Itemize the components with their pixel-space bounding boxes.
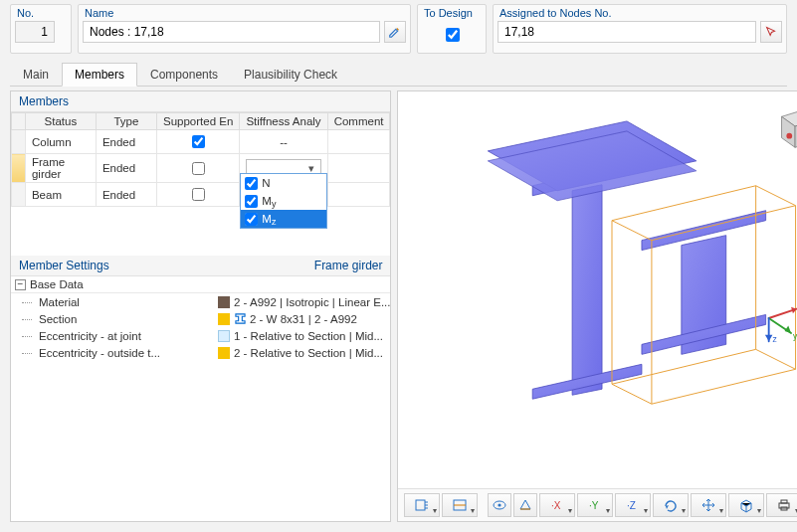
tree-row-key: Eccentricity - at joint xyxy=(39,330,218,342)
right-panel: x y z ▾ ▾ xyxy=(397,90,797,522)
stiffness-option-label: My xyxy=(262,195,276,207)
stiffness-popup[interactable]: N My Mz xyxy=(240,173,327,229)
chevron-down-icon: ▾ xyxy=(757,506,761,515)
chevron-down-icon: ▾ xyxy=(644,506,648,515)
table-row[interactable]: Beam Ended xyxy=(12,183,390,207)
tree-group-base-data[interactable]: − Base Data xyxy=(11,276,390,293)
ibeam-icon xyxy=(234,313,246,325)
stiffness-option-checkbox[interactable] xyxy=(245,177,258,190)
view-z-button[interactable]: ·Z ▾ xyxy=(615,493,651,517)
color-swatch xyxy=(218,330,230,342)
cell-type[interactable]: Ended xyxy=(96,130,156,154)
tab-main[interactable]: Main xyxy=(10,63,62,87)
col-supported[interactable]: Supported En xyxy=(157,113,240,130)
checkbox-to-design[interactable] xyxy=(446,24,460,46)
pick-nodes-button[interactable] xyxy=(760,21,782,43)
cell-stiffness-combo[interactable]: ▾ N My xyxy=(240,154,327,183)
input-name[interactable] xyxy=(83,21,380,43)
show-hide-button[interactable] xyxy=(488,493,511,517)
label-no: No. xyxy=(11,5,71,19)
member-settings-tree[interactable]: − Base Data Material 2 - A992 | Isotropi… xyxy=(11,276,390,374)
tree-row[interactable]: Material 2 - A992 | Isotropic | Linear E… xyxy=(11,293,390,310)
members-title-text: Members xyxy=(19,94,69,108)
tree-row-value: 2 - W 8x31 | 2 - A992 xyxy=(250,313,390,325)
members-table[interactable]: Status Type Supported En Stiffness Analy… xyxy=(11,112,390,207)
col-status[interactable]: Status xyxy=(25,113,96,130)
cell-supported-checkbox[interactable] xyxy=(192,135,205,148)
view-settings-button[interactable]: ▾ xyxy=(404,493,440,517)
cell-supported-checkbox[interactable] xyxy=(192,188,205,201)
member-settings-title-text: Member Settings xyxy=(19,259,109,272)
rotate-button[interactable]: ▾ xyxy=(653,493,689,517)
field-to-design: To Design xyxy=(417,4,487,54)
cell-supported-checkbox[interactable] xyxy=(192,162,205,175)
tree-row-key: Eccentricity - outside t... xyxy=(39,347,218,359)
tab-members[interactable]: Members xyxy=(62,63,137,87)
move-button[interactable]: ▾ xyxy=(691,493,726,517)
table-row[interactable]: Frame girder Ended ▾ N xyxy=(12,154,390,183)
stiffness-option[interactable]: N xyxy=(241,174,326,192)
tab-bar: Main Members Components Plausibility Che… xyxy=(10,62,787,87)
cell-comment[interactable] xyxy=(327,183,390,207)
navigation-cube[interactable] xyxy=(768,97,797,155)
svg-text:·X: ·X xyxy=(551,500,561,511)
tree-row[interactable]: Section 2 - W 8x31 | 2 - A992 xyxy=(11,310,390,327)
col-rowmark xyxy=(12,113,26,130)
edit-name-button[interactable] xyxy=(384,21,406,43)
svg-text:·Y: ·Y xyxy=(589,500,599,511)
cell-comment[interactable] xyxy=(327,154,390,183)
cell-comment[interactable] xyxy=(327,130,390,154)
cell-status[interactable]: Column xyxy=(25,130,96,154)
col-type[interactable]: Type xyxy=(96,113,156,130)
color-swatch xyxy=(218,347,230,359)
tree-row[interactable]: Eccentricity - outside t... 2 - Relative… xyxy=(11,344,390,361)
member-settings-title: Member Settings Frame girder xyxy=(11,256,390,276)
stiffness-option-label: Mz xyxy=(262,213,276,225)
display-mode-button[interactable]: ▾ xyxy=(442,493,478,517)
tab-components[interactable]: Components xyxy=(137,63,231,87)
tree-row-key: Section xyxy=(39,313,218,325)
cell-status[interactable]: Frame girder xyxy=(25,154,96,183)
svg-text:·Z: ·Z xyxy=(627,500,636,511)
view-y-button[interactable]: ·Y ▾ xyxy=(577,493,613,517)
svg-marker-4 xyxy=(489,131,697,201)
tab-plausibility[interactable]: Plausibility Check xyxy=(231,63,350,87)
main-area: Members Status Type Supported En Stiffne… xyxy=(10,90,787,522)
cell-stiffness[interactable]: -- xyxy=(240,130,327,154)
cell-type[interactable]: Ended xyxy=(96,154,156,183)
svg-text:z: z xyxy=(773,334,777,344)
viewport-toolbar: ▾ ▾ ·X ▾ ·Y ▾ ·Z ▾ xyxy=(398,488,797,521)
left-panel: Members Status Type Supported En Stiffne… xyxy=(10,90,391,522)
col-stiffness[interactable]: Stiffness Analy xyxy=(240,113,327,130)
stiffness-option[interactable]: Mz xyxy=(241,210,326,228)
stiffness-option-checkbox[interactable] xyxy=(245,195,258,208)
cell-type[interactable]: Ended xyxy=(96,183,156,207)
field-assigned-nodes: Assigned to Nodes No. xyxy=(493,4,787,54)
tree-row[interactable]: Eccentricity - at joint 1 - Relative to … xyxy=(11,327,390,344)
stiffness-option[interactable]: My xyxy=(241,192,326,210)
label-name: Name xyxy=(79,5,410,19)
label-to-design: To Design xyxy=(418,5,486,19)
view-x-button[interactable]: ·X ▾ xyxy=(539,493,575,517)
svg-text:y: y xyxy=(793,330,797,340)
cell-status[interactable]: Beam xyxy=(25,183,96,207)
box-view-button[interactable]: ▾ xyxy=(728,493,764,517)
chevron-down-icon: ▾ xyxy=(568,506,572,515)
col-comment[interactable]: Comment xyxy=(327,113,390,130)
svg-point-11 xyxy=(787,133,793,139)
collapse-icon[interactable]: − xyxy=(15,279,26,290)
perspective-button[interactable] xyxy=(513,493,537,517)
chevron-down-icon: ▾ xyxy=(719,506,723,515)
chevron-down-icon: ▾ xyxy=(471,506,475,515)
model-viewport[interactable]: x y z xyxy=(398,91,797,488)
svg-rect-31 xyxy=(781,500,787,503)
tree-group-label: Base Data xyxy=(30,278,84,290)
table-row[interactable]: Column Ended -- xyxy=(12,130,390,154)
svg-rect-22 xyxy=(416,500,425,510)
input-assigned-nodes[interactable] xyxy=(498,21,756,43)
print-button[interactable]: ▾ xyxy=(766,493,797,517)
svg-point-25 xyxy=(498,503,501,506)
stiffness-option-checkbox[interactable] xyxy=(245,213,258,226)
color-swatch xyxy=(218,313,230,325)
chevron-down-icon: ▾ xyxy=(682,506,686,515)
